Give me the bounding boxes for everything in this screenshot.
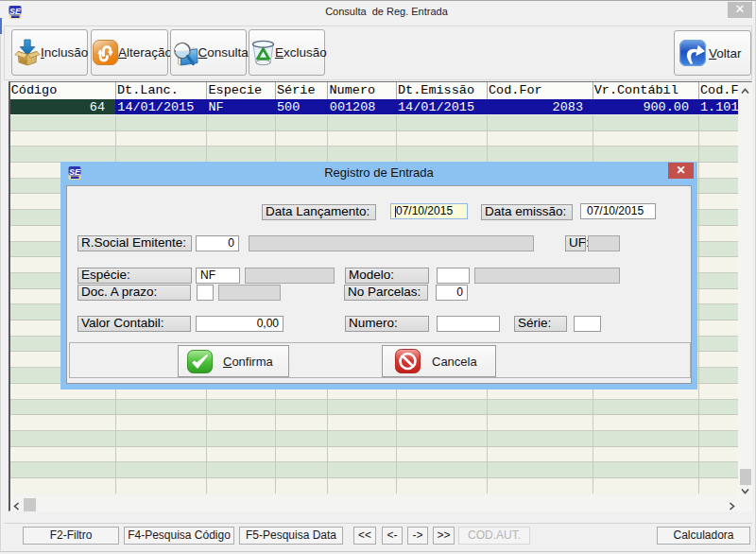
svg-text:SE: SE [69,167,81,177]
svg-text:SE: SE [9,7,22,16]
